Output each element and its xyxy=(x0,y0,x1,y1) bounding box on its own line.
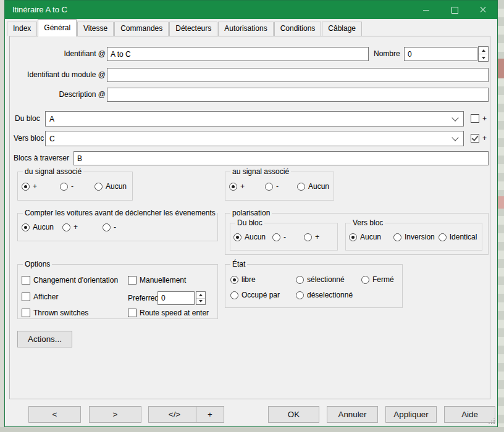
minimize-button[interactable] xyxy=(412,1,440,19)
spinner-up-icon[interactable] xyxy=(482,49,485,52)
checkbox-manuellement[interactable]: Manuellement xyxy=(128,276,186,285)
spinner-down-icon[interactable] xyxy=(482,57,485,59)
radio-compter-plus[interactable]: + xyxy=(62,223,78,231)
polarisation-du-bloc-title: Du bloc xyxy=(235,218,264,227)
tab-index[interactable]: Index xyxy=(7,22,37,36)
chevron-down-icon xyxy=(452,134,458,141)
preferred-spinner[interactable] xyxy=(196,291,206,305)
background-fragment xyxy=(498,59,504,78)
vers-bloc-combobox[interactable]: C xyxy=(45,131,464,146)
radio-du-signal-plus[interactable]: + xyxy=(22,182,37,191)
identifiant-input[interactable] xyxy=(107,47,369,61)
radio-label: Fermé xyxy=(372,275,394,284)
tab-commandes[interactable]: Commandes xyxy=(114,22,169,36)
radio-etat-selectionne[interactable]: sélectionné xyxy=(296,275,345,284)
window-title: Itinéraire A to C xyxy=(12,1,67,19)
tab-conditions[interactable]: Conditions xyxy=(274,22,322,36)
checkbox-unchecked-icon xyxy=(128,276,136,285)
module-input[interactable] xyxy=(107,68,489,82)
tab-detecteurs[interactable]: Détecteurs xyxy=(169,22,217,36)
radio-polar-vers-aucun[interactable]: Aucun xyxy=(349,233,381,241)
radio-icon xyxy=(103,223,111,231)
radio-selected-icon xyxy=(22,223,30,231)
radio-icon xyxy=(296,276,304,284)
spinner-down-icon[interactable] xyxy=(199,300,203,302)
appliquer-button[interactable]: Appliquer xyxy=(385,406,437,423)
nav-add-button[interactable]: + xyxy=(196,406,224,423)
radio-au-signal-minus[interactable]: - xyxy=(265,182,279,191)
radio-label: déselectionné xyxy=(307,291,353,299)
nav-next-button[interactable]: > xyxy=(89,406,141,423)
spinner-up-icon[interactable] xyxy=(199,294,203,296)
ok-button[interactable]: OK xyxy=(268,406,319,423)
description-input[interactable] xyxy=(107,88,489,102)
tab-general[interactable]: Général xyxy=(38,19,77,36)
radio-label: - xyxy=(284,233,286,241)
radio-polar-vers-inversion[interactable]: Inversion xyxy=(393,233,435,241)
tab-autorisations[interactable]: Autorisations xyxy=(218,22,273,36)
radio-compter-minus[interactable]: - xyxy=(103,223,116,231)
resize-grip[interactable] xyxy=(489,418,495,425)
close-button[interactable] xyxy=(469,1,497,19)
checkbox-thrown-switches[interactable]: Thrown switches xyxy=(22,309,88,317)
checkbox-unchecked-icon xyxy=(471,114,479,123)
group-polarisation-du-bloc: Du bloc Aucun - + xyxy=(230,223,338,251)
checkbox-route-speed[interactable]: Route speed at enter xyxy=(128,309,209,317)
checkbox-unchecked-icon xyxy=(128,309,136,317)
radio-label: - xyxy=(276,182,279,191)
radio-etat-deselectionne[interactable]: déselectionné xyxy=(296,291,353,299)
group-etat: État libre sélectionné Fermé Occupé par … xyxy=(225,264,403,308)
nombre-spinner[interactable] xyxy=(478,46,489,62)
du-bloc-plus-checkbox[interactable]: + xyxy=(471,114,487,123)
radio-polar-du-aucun[interactable]: Aucun xyxy=(233,233,266,241)
nav-code-button[interactable]: </> xyxy=(148,406,201,423)
vers-bloc-plus-checkbox[interactable]: + xyxy=(471,134,487,143)
group-options: Options Changement d'orientation Affiche… xyxy=(17,264,218,319)
blocs-a-traverser-input[interactable] xyxy=(74,151,489,165)
checkbox-changement-orientation[interactable]: Changement d'orientation xyxy=(22,276,118,285)
radio-label: Inversion xyxy=(405,233,435,241)
nombre-input[interactable] xyxy=(404,47,477,61)
tab-vitesse[interactable]: Vitesse xyxy=(77,22,114,36)
chevron-down-icon xyxy=(452,114,458,121)
checkbox-checked-icon xyxy=(471,134,479,143)
radio-polar-du-minus[interactable]: - xyxy=(272,233,286,241)
nav-prev-button[interactable]: < xyxy=(28,406,81,423)
radio-compter-aucun[interactable]: Aucun xyxy=(22,223,54,231)
nombre-label: Nombre xyxy=(374,49,400,58)
radio-polar-vers-identical[interactable]: Identical xyxy=(439,233,477,241)
annuler-button[interactable]: Annuler xyxy=(327,406,378,423)
tab-cablage[interactable]: Câblage xyxy=(322,22,362,36)
radio-au-signal-plus[interactable]: + xyxy=(229,182,245,191)
preferred-input[interactable] xyxy=(158,291,195,305)
radio-etat-libre[interactable]: libre xyxy=(230,275,256,284)
radio-label: sélectionné xyxy=(307,275,345,284)
radio-au-signal-aucun[interactable]: Aucun xyxy=(297,182,329,191)
radio-du-signal-aucun[interactable]: Aucun xyxy=(94,182,127,191)
radio-label: + xyxy=(240,182,245,191)
radio-selected-icon xyxy=(230,276,238,284)
actions-button[interactable]: Actions... xyxy=(17,331,72,347)
radio-selected-icon xyxy=(233,233,242,241)
maximize-button[interactable] xyxy=(440,1,469,19)
radio-etat-occupe-par[interactable]: Occupé par xyxy=(230,291,280,299)
checkbox-label: Route speed at enter xyxy=(140,309,209,317)
group-compter-title: Compter les voitures avant de déclencher… xyxy=(23,209,217,217)
radio-du-signal-minus[interactable]: - xyxy=(60,182,74,191)
checkbox-afficher[interactable]: Afficher xyxy=(22,293,58,301)
group-du-signal-associe: du signal associé + - Aucun xyxy=(17,172,133,201)
vers-bloc-label: Vers bloc xyxy=(14,134,44,143)
du-bloc-combobox[interactable]: A xyxy=(45,111,464,127)
radio-label: Identical xyxy=(450,233,477,241)
checkbox-unchecked-icon xyxy=(22,293,30,301)
radio-label: Aucun xyxy=(106,182,127,191)
titlebar[interactable]: Itinéraire A to C xyxy=(5,1,497,19)
description-label: Description @ xyxy=(13,90,106,99)
radio-label: Aucun xyxy=(308,182,329,191)
radio-etat-ferme[interactable]: Fermé xyxy=(361,275,394,284)
radio-polar-du-plus[interactable]: + xyxy=(304,233,319,241)
group-du-signal-title: du signal associé xyxy=(23,167,83,176)
radio-icon xyxy=(230,291,238,299)
radio-icon xyxy=(393,233,401,241)
aide-button[interactable]: Aide xyxy=(444,406,495,423)
